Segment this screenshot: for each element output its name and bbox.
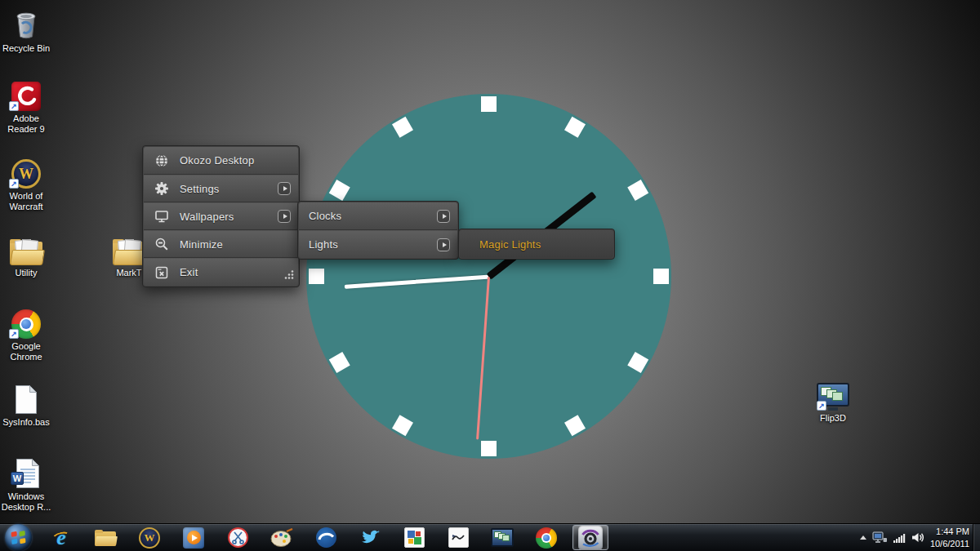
desktop-icon-adobe-reader[interactable]: ↗ Adobe Reader 9: [0, 77, 52, 135]
word-document-icon: W: [0, 455, 52, 489]
chrome-icon: [536, 527, 557, 549]
gear-icon: [154, 181, 169, 197]
sketch-icon: [448, 527, 469, 548]
wow-icon: W ↗: [0, 154, 52, 189]
desktop-icon-sysinfo[interactable]: SysInfo.bas: [0, 380, 52, 428]
taskbar-internet-explorer[interactable]: e: [50, 527, 73, 549]
taskbar-world-of-warcraft[interactable]: W: [138, 527, 161, 549]
tray-date: 10/6/2011: [930, 538, 969, 549]
taskbar-noaa[interactable]: [314, 527, 337, 549]
wallpapers-submenu: Clocks Lights: [297, 201, 459, 260]
noaa-icon: [316, 527, 336, 548]
menu-item-label: Magic Lights: [479, 238, 606, 251]
adobe-reader-icon: ↗: [0, 77, 52, 111]
desktop-icon-flip3d[interactable]: ↗ Flip3D: [807, 376, 859, 424]
desktop-icon-recycle-bin[interactable]: Recycle Bin: [0, 7, 52, 54]
flip3d-icon: [491, 528, 514, 547]
icon-label: Flip3D: [807, 413, 859, 424]
signal-strength-icon[interactable]: [893, 532, 906, 543]
icon-label: Adobe Reader 9: [0, 113, 52, 135]
menu-item-settings[interactable]: Settings: [144, 175, 298, 202]
okozo-context-menu: Okozo Desktop Settings Wallpapers: [142, 145, 300, 287]
desktop-icon-google-chrome[interactable]: ↗ Google Chrome: [0, 304, 52, 362]
folder-icon: [0, 231, 52, 265]
icon-label: World of Warcraft: [0, 191, 52, 212]
snipping-tool-icon: [228, 527, 248, 548]
chrome-icon: ↗: [0, 304, 52, 339]
volume-icon[interactable]: [911, 532, 924, 543]
windows-logo-icon: [11, 531, 25, 544]
paint-palette-icon: [270, 528, 293, 548]
menu-item-label: Okozo Desktop: [180, 154, 291, 167]
start-button[interactable]: [5, 524, 32, 551]
file-icon: [0, 380, 52, 415]
submenu-arrow-icon: [278, 182, 291, 195]
clock-tick: [627, 352, 648, 373]
taskbar-windows-explorer[interactable]: [94, 527, 117, 549]
clock-tick: [627, 180, 648, 201]
taskbar-snipping-tool[interactable]: [226, 527, 249, 549]
shortcut-arrow-icon: ↗: [9, 329, 19, 339]
desktop-icon-utility[interactable]: Utility: [0, 231, 52, 278]
clock-tick: [329, 180, 350, 201]
taskbar-twitter[interactable]: [359, 527, 381, 549]
ie-ring-icon: [51, 530, 71, 544]
taskbar-okozo-active[interactable]: [572, 525, 608, 550]
icon-label: Windows Desktop R...: [0, 491, 52, 513]
icon-label: Recycle Bin: [0, 43, 52, 54]
twitter-bird-icon: [359, 529, 381, 547]
tray-time: 1:44 PM: [930, 526, 969, 537]
icon-label: Google Chrome: [0, 341, 52, 362]
taskbar: e W: [0, 523, 980, 551]
shortcut-arrow-icon: ↗: [9, 101, 19, 111]
menu-item-label: Settings: [180, 183, 278, 195]
shortcut-arrow-icon: ↗: [9, 179, 19, 189]
resize-grip[interactable]: [283, 269, 295, 283]
clock-tick: [329, 352, 350, 373]
lights-submenu: Magic Lights: [458, 229, 615, 260]
submenu-item-lights[interactable]: Lights: [299, 230, 457, 258]
flip3d-icon: ↗: [807, 376, 859, 411]
taskbar-google-chrome[interactable]: [535, 527, 558, 549]
taskbar-sketch-app[interactable]: [447, 527, 470, 549]
system-tray: 1:44 PM 10/6/2011: [860, 524, 969, 551]
submenu-item-magic-lights[interactable]: Magic Lights: [460, 230, 613, 258]
menu-item-wallpapers[interactable]: Wallpapers: [144, 202, 298, 230]
monitor-icon: [154, 209, 169, 224]
desktop-icon-windows-desktop-doc[interactable]: W Windows Desktop R...: [0, 455, 52, 513]
clock-minute-hand: [345, 274, 489, 288]
submenu-arrow-icon: [278, 210, 291, 223]
network-status-icon[interactable]: [872, 531, 888, 544]
menu-item-label: Wallpapers: [180, 211, 278, 223]
menu-item-label: Lights: [309, 238, 437, 251]
okozo-eye-icon: [578, 526, 603, 550]
clock-tick: [653, 269, 669, 284]
desktop-icon-world-of-warcraft[interactable]: W ↗ World of Warcraft: [0, 154, 52, 212]
submenu-arrow-icon: [437, 238, 450, 251]
tray-clock[interactable]: 1:44 PM 10/6/2011: [930, 526, 969, 549]
show-desktop-button[interactable]: [973, 524, 980, 551]
window-close-icon: [154, 264, 169, 280]
taskbar-media-player[interactable]: [182, 527, 205, 549]
clock-tick: [309, 269, 324, 284]
show-hidden-icons-chevron[interactable]: [860, 535, 866, 540]
folder-icon: [95, 530, 116, 546]
taskbar-paint[interactable]: [270, 527, 293, 549]
submenu-item-clocks[interactable]: Clocks: [299, 202, 457, 230]
menu-item-label: Minimize: [180, 238, 291, 251]
magnifier-minus-icon: [154, 237, 169, 252]
taskbar-google[interactable]: [403, 527, 425, 549]
taskbar-flip3d[interactable]: [491, 527, 514, 549]
menu-item-label: Clocks: [309, 210, 437, 222]
clock-tick: [392, 415, 413, 436]
icon-label: Utility: [0, 268, 52, 278]
clock-tick: [481, 96, 497, 112]
menu-item-minimize[interactable]: Minimize: [144, 230, 298, 258]
menu-item-okozo-desktop[interactable]: Okozo Desktop: [144, 147, 298, 175]
clock-tick: [392, 117, 413, 138]
desktop: Recycle Bin ↗ Adobe Reader 9 W ↗ World o…: [0, 0, 980, 551]
clock-tick: [564, 117, 586, 138]
submenu-arrow-icon: [437, 210, 450, 223]
menu-item-exit[interactable]: Exit: [144, 258, 298, 286]
analog-clock: [306, 94, 671, 459]
